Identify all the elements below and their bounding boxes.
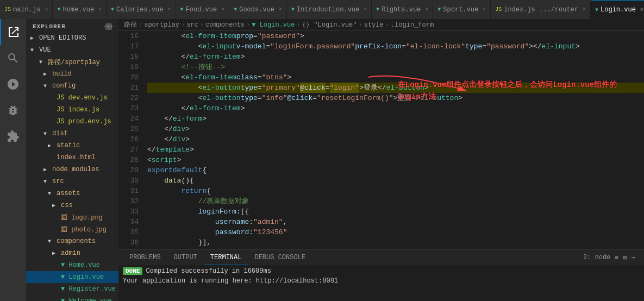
folder-admin[interactable]: ▶ admin [26,247,118,259]
close-icon[interactable]: × [98,7,102,12]
close-icon[interactable]: × [221,7,224,12]
vue-icon: ▼ [291,7,295,12]
tab-introduction-vue[interactable]: ▼ Introduction.vue × [287,0,372,19]
close-icon[interactable]: × [364,7,367,12]
breadcrumb-part[interactable]: src [186,21,198,29]
sidebar-actions[interactable]: ··· [105,23,112,30]
tab-goods-vue[interactable]: ▼ Goods.vue × [229,0,287,19]
activity-bar [0,19,26,301]
code-line-35: password:"123456" [147,227,644,237]
file-label: JS dev.env.js [57,94,108,102]
file-welcome-vue[interactable]: ▼ Welcome.vue [26,295,118,301]
tab-calories-vue[interactable]: ▼ Calories.vue × [107,0,176,19]
folder-label: build [52,70,72,78]
file-photo-jpg[interactable]: 🖼 photo.jpg [26,223,118,235]
more-actions[interactable]: ··· [105,23,112,30]
breadcrumb-part[interactable]: .login_form [391,21,434,29]
tab-output[interactable]: OUTPUT [167,250,204,265]
file-register-vue[interactable]: ▼ Register.vue [26,283,118,295]
tab-rights-vue[interactable]: ▼ Rights.vue × [372,0,433,19]
folder-build[interactable]: ▶ build [26,68,118,80]
section-open-editors[interactable]: ▶ OPEN EDITORS [26,32,118,44]
tab-sport-vue[interactable]: ▼ Sport.vue × [433,0,491,19]
tab-index-router[interactable]: JS index.js .../router × [491,0,591,19]
close-icon[interactable]: × [425,7,428,12]
git-icon[interactable] [0,71,26,97]
code-line-36: }], [147,237,644,248]
tab-debug-console[interactable]: DEBUG CONSOLE [248,250,312,265]
close-icon[interactable]: × [168,7,171,12]
folder-css[interactable]: ▶ css [26,199,118,211]
arrow-icon: ▶ [30,35,39,41]
file-index-config[interactable]: JS index.js [26,104,118,116]
tab-main-js[interactable]: JS main.js × [0,0,53,19]
tab-problems[interactable]: PROBLEMS [123,250,167,265]
separator: › [385,21,389,29]
folder-label: config [52,82,76,90]
breadcrumb-part[interactable]: components [205,21,245,29]
tab-label: Home.vue [62,6,94,14]
section-vue[interactable]: ▼ VUE [26,44,118,56]
breadcrumb-part[interactable]: style [364,21,384,29]
folder-config[interactable]: ▼ config [26,80,118,92]
panel-tabs: PROBLEMS OUTPUT TERMINAL DEBUG CONSOLE 2… [118,250,644,265]
running-line: Your application is running here: http:/… [123,277,640,285]
annotation: 在Login.vue组件点击登录按钮之后，会访问Login.vue组件的 log… [398,79,617,103]
folder-src[interactable]: ▼ src [26,175,118,187]
tab-food-vue[interactable]: ▼ Food.vue × [176,0,230,19]
close-icon[interactable]: × [583,7,586,12]
tabs-bar: JS main.js × ▼ Home.vue × ▼ Calories.vue… [0,0,644,19]
folder-assets[interactable]: ▼ assets [26,187,118,199]
folder-label: assets [57,190,80,197]
breadcrumb-part[interactable]: sportplay [144,21,179,29]
file-home-vue[interactable]: ▼ Home.vue [26,259,118,271]
file-dev-env[interactable]: JS dev.env.js [26,92,118,104]
tab-label: index.js .../router [504,6,578,14]
more-terminal[interactable]: ⋯ [632,254,635,262]
code-line-31: return { [147,186,644,196]
code-line-16: <el-form-item prop="password"> [147,31,644,41]
search-icon[interactable] [0,45,26,71]
folder-components[interactable]: ▼ components [26,235,118,247]
debug-icon[interactable] [0,97,26,123]
section-label: VUE [39,46,51,54]
folder-sportplay[interactable]: ▼ 路径/sportplay [26,56,118,68]
line-numbers: 1617181920 2122232425 2627282930 3132333… [118,31,143,249]
add-terminal[interactable]: ⊕ [615,254,618,262]
folder-label: admin [61,249,80,257]
split-terminal[interactable]: ⊞ [623,254,627,262]
tab-label: Food.vue [186,6,217,14]
file-logo-png[interactable]: 🖼 logo.png [26,211,118,223]
file-login-vue[interactable]: ▼ Login.vue [26,271,118,283]
tab-login-vue[interactable]: ▼ Login.vue × [591,0,644,19]
breadcrumb-part[interactable]: 路径 [124,20,137,29]
separator: › [139,21,142,29]
file-prod-env[interactable]: JS prod.env.js [26,116,118,128]
folder-dist[interactable]: ▼ dist [26,128,118,140]
explorer-icon[interactable] [0,19,26,45]
code-line-17: <el-input v-model="loginForm.password" p… [147,41,644,52]
tab-label: Calories.vue [116,6,163,14]
arrow-icon: ▼ [43,179,52,185]
close-icon[interactable]: × [279,7,282,12]
code-line-24: </el-form> [147,114,644,124]
tab-terminal[interactable]: TERMINAL [204,250,248,265]
close-icon[interactable]: × [483,7,486,12]
folder-static[interactable]: ▶ static [26,140,118,152]
extensions-icon[interactable] [0,123,26,149]
close-icon[interactable]: × [45,7,48,12]
file-label: JS index.js [57,106,99,114]
breadcrumb-part[interactable]: ▼ Login.vue [252,21,295,29]
close-icon[interactable]: × [640,7,643,13]
code-line-25: </div> [147,124,644,134]
file-index-html[interactable]: index.html [26,152,118,164]
breadcrumb-part[interactable]: {} "Login.vue" [302,21,357,29]
tab-home-vue[interactable]: ▼ Home.vue × [53,0,107,19]
folder-node-modules[interactable]: ▶ node_modules [26,164,118,175]
file-label: index.html [57,154,96,161]
tab-label: Rights.vue [382,6,421,14]
arrow-icon: ▼ [48,191,57,197]
separator: › [246,21,250,29]
code-content[interactable]: <el-form-item prop="password"> <el-input… [143,31,644,249]
code-line-30: data(){ [147,175,644,186]
